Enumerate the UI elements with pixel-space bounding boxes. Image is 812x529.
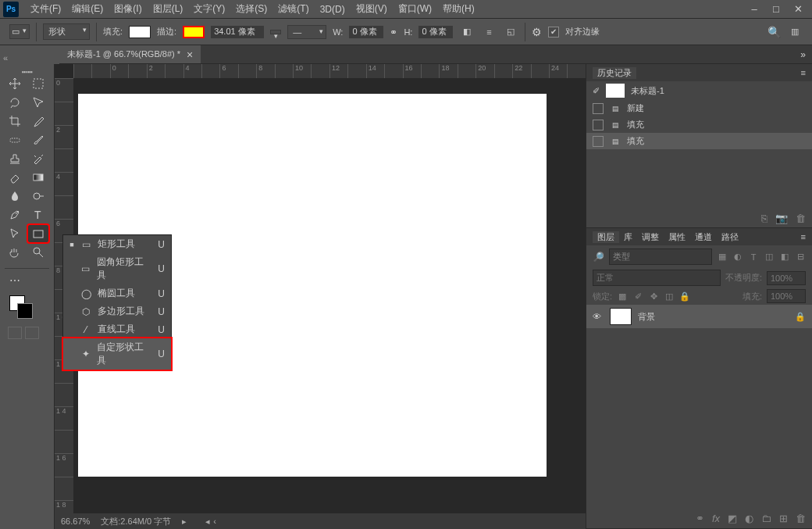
zoom-level[interactable]: 66.67% [61,516,90,526]
stamp-tool[interactable] [5,150,25,167]
fill-opacity-input[interactable]: 100% [767,289,806,303]
menu-3d[interactable]: 3D(D) [315,4,351,15]
new-layer-icon[interactable]: ⊞ [779,513,788,524]
lock-artboard-icon[interactable]: ◫ [664,291,675,302]
filter-pixel-icon[interactable]: ▦ [717,252,728,263]
stroke-style-select[interactable]: — [287,25,326,39]
history-step[interactable]: ▤填充 [586,116,812,133]
background-color[interactable] [17,303,33,319]
shape-flyout-item[interactable]: ✦自定形状工具U [63,338,171,370]
window-close[interactable]: ✕ [787,1,809,18]
history-snapshot[interactable]: ✐ 未标题-1 [586,81,812,100]
layer-style-icon[interactable]: fx [712,513,720,524]
hand-tool[interactable] [5,244,25,261]
menu-file[interactable]: 文件(F) [25,2,66,16]
opacity-input[interactable]: 100% [767,271,806,285]
type-tool[interactable]: T [28,206,48,223]
window-minimize[interactable]: – [743,1,765,18]
filter-adjust-icon[interactable]: ◐ [732,252,743,263]
properties-tab[interactable]: 属性 [664,231,690,243]
adjustments-tab[interactable]: 调整 [637,231,664,243]
layer-row[interactable]: 👁 背景 🔒 [586,305,812,328]
info-dropdown-icon[interactable]: ▸ [182,516,187,527]
height-input[interactable] [418,26,453,38]
layer-filter-select[interactable]: 类型 [609,248,712,265]
history-step[interactable]: ▤填充 [586,133,812,149]
history-brush-tool[interactable] [28,150,48,167]
move-tool[interactable] [5,75,25,92]
lasso-tool[interactable] [5,94,25,111]
document-tab[interactable]: 未标题-1 @ 66.7%(RGB/8#) * × [59,45,201,63]
filter-type-icon[interactable]: T [748,252,759,263]
channels-tab[interactable]: 通道 [690,231,717,243]
collapse-left-icon[interactable]: « [3,53,8,63]
shape-flyout-item[interactable]: ⬡多边形工具U [63,302,171,320]
shape-flyout-item[interactable]: ∕直线工具U [63,320,171,338]
delete-icon[interactable]: 🗑 [796,213,806,224]
nav-prev-icon[interactable]: ‹ [213,516,216,527]
menu-type[interactable]: 文字(Y) [188,2,230,16]
width-input[interactable] [349,26,383,38]
fill-swatch[interactable] [129,26,151,38]
menu-select[interactable]: 选择(S) [230,2,272,16]
menu-help[interactable]: 帮助(H) [437,2,480,16]
stroke-swatch[interactable] [183,26,205,38]
quick-mask-icon[interactable] [8,327,22,339]
history-tab[interactable]: 历史记录 [593,67,636,79]
history-checkbox[interactable] [593,120,604,130]
delete-layer-icon[interactable]: 🗑 [796,513,806,524]
lock-position-icon[interactable]: ✥ [648,291,659,302]
shape-mode-select[interactable]: 形状 [43,23,90,40]
lock-transparency-icon[interactable]: ▩ [617,291,628,302]
menu-view[interactable]: 视图(V) [351,2,393,16]
blend-mode-select[interactable]: 正常 [593,270,721,286]
crop-tool[interactable] [5,113,25,130]
eraser-tool[interactable] [5,169,25,186]
horizontal-ruler[interactable]: 024681012141618202224 [73,64,586,78]
visibility-icon[interactable]: 👁 [593,312,604,321]
gear-icon[interactable]: ⚙ [532,26,542,38]
lock-all-icon[interactable]: 🔒 [679,291,690,302]
panel-menu-icon[interactable]: ≡ [801,68,806,77]
doc-info[interactable]: 文档:2.64M/0 字节 [101,516,171,527]
filter-smart-icon[interactable]: ◧ [779,252,790,263]
paths-tab[interactable]: 路径 [717,231,743,243]
layer-name[interactable]: 背景 [638,311,655,323]
filter-shape-icon[interactable]: ◫ [764,252,775,263]
stroke-width-dropdown[interactable] [270,30,281,34]
gradient-tool[interactable] [28,169,48,186]
layer-mask-icon[interactable]: ◩ [728,513,737,524]
align-edges-checkbox[interactable]: ✔ [548,27,559,38]
lock-icon[interactable]: 🔒 [795,312,806,322]
zoom-tool[interactable] [28,244,48,261]
collapse-right-icon[interactable]: » [800,49,812,60]
nav-first-icon[interactable]: ◂ [205,516,210,527]
edit-toolbar-icon[interactable]: ⋯ [5,272,25,289]
path-alignment-icon[interactable]: ≡ [481,24,497,40]
workspace-switcher-icon[interactable]: ▥ [787,24,803,40]
stroke-width-input[interactable] [211,26,264,38]
eyedropper-tool[interactable] [28,113,48,130]
marquee-tool[interactable] [28,75,48,92]
menu-filter[interactable]: 滤镜(T) [272,2,314,16]
filter-toggle-icon[interactable]: ⊟ [795,252,806,263]
library-tab[interactable]: 库 [619,231,637,243]
path-operations-icon[interactable]: ◧ [459,24,475,40]
tool-preset-picker[interactable]: ▭ [9,24,30,39]
window-maximize[interactable]: □ [765,1,787,18]
shape-tool[interactable] [28,225,48,242]
search-icon[interactable]: 🔍 [767,26,781,38]
path-arrangement-icon[interactable]: ◱ [503,24,518,40]
menu-edit[interactable]: 编辑(E) [66,2,109,16]
history-step[interactable]: ▤新建 [586,100,812,116]
history-checkbox[interactable] [593,103,604,114]
menu-image[interactable]: 图像(I) [109,2,147,16]
create-document-icon[interactable]: ⎘ [761,213,767,224]
path-select-tool[interactable] [5,225,25,242]
pen-tool[interactable] [5,206,25,223]
lock-image-icon[interactable]: ✐ [632,291,643,302]
shape-flyout-item[interactable]: ▭圆角矩形工具U [63,253,171,284]
blur-tool[interactable] [5,188,25,205]
menu-window[interactable]: 窗口(W) [393,2,437,16]
snapshot-icon[interactable]: 📷 [775,213,788,224]
